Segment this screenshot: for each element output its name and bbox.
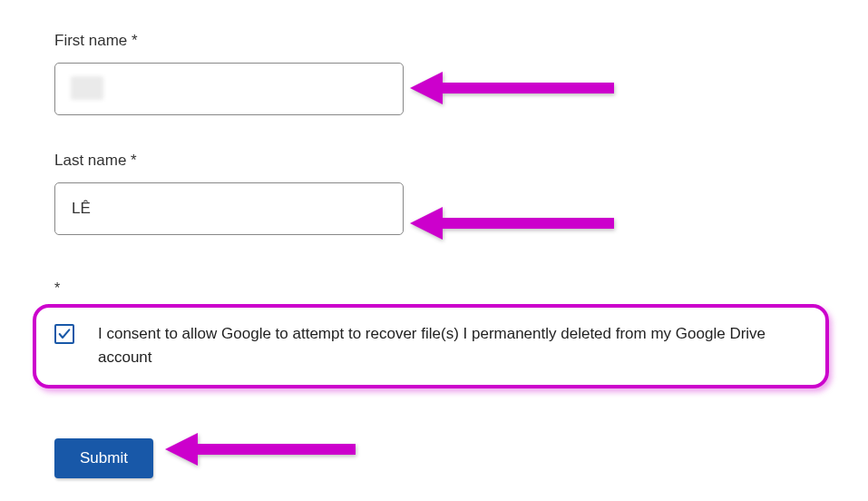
first-name-input[interactable] [54,63,404,115]
last-name-label: Last name * [54,152,814,170]
consent-checkbox-wrap [54,324,74,344]
consent-checkbox[interactable] [54,324,74,344]
check-icon [57,327,72,341]
last-name-input[interactable] [54,182,404,235]
consent-group: * I consent to allow Google to attempt t… [54,280,814,388]
blurred-first-name-value [71,76,103,100]
first-name-label: First name * [54,32,814,50]
last-name-group: Last name * [54,152,814,235]
consent-text: I consent to allow Google to attempt to … [98,322,807,370]
consent-required-mark: * [54,280,814,297]
form-container: First name * Last name * * I consent to … [0,0,868,478]
consent-highlight-box: I consent to allow Google to attempt to … [33,304,829,388]
submit-button[interactable]: Submit [54,438,153,478]
first-name-group: First name * [54,32,814,115]
